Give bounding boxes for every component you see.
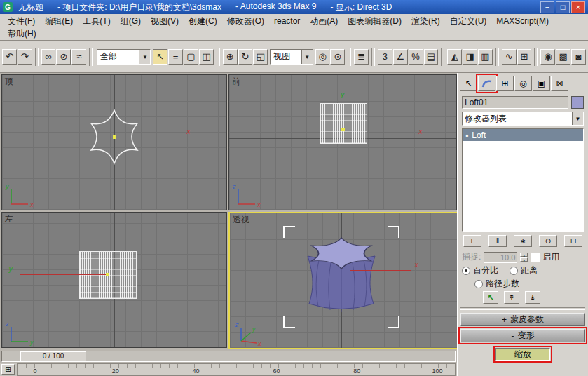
- schematic-view-button[interactable]: ⊞: [517, 49, 532, 65]
- scale-deformation-button[interactable]: 缩放: [495, 348, 550, 361]
- menu-item-tools[interactable]: 工具(T): [78, 15, 115, 27]
- keyboard-shortcut-override-button[interactable]: ≣: [354, 49, 369, 65]
- tab-display[interactable]: ▣: [533, 76, 550, 91]
- time-slider-track[interactable]: 0 / 100: [1, 351, 456, 362]
- select-and-link-button[interactable]: ∞: [41, 49, 56, 65]
- loft-wireframe-object[interactable]: [320, 103, 367, 144]
- tab-modify[interactable]: [478, 76, 495, 91]
- undo-button[interactable]: ↶: [2, 49, 17, 65]
- redo-button[interactable]: ↷: [18, 49, 32, 65]
- spinner-up-icon[interactable]: ▴: [520, 253, 528, 257]
- layer-manager-button[interactable]: ▥: [478, 49, 493, 65]
- bind-to-space-warp-button[interactable]: ≈: [71, 49, 86, 65]
- angle-snap-button[interactable]: ∠: [393, 49, 408, 65]
- snap-toggle-3d-button[interactable]: 3: [378, 49, 392, 65]
- menu-item-animation[interactable]: 动画(A): [305, 15, 343, 27]
- snap-enable-checkbox[interactable]: [531, 253, 540, 262]
- distance-radio[interactable]: [510, 267, 518, 275]
- menu-item-create[interactable]: 创建(C): [184, 15, 222, 27]
- remove-modifier-button[interactable]: ⊖: [539, 235, 557, 247]
- modifier-list-dropdown[interactable]: 修改器列表 ▼: [462, 112, 584, 126]
- menu-item-file[interactable]: 文件(F): [3, 15, 40, 27]
- select-and-move-button[interactable]: ⊕: [223, 49, 238, 65]
- modifier-stack-item-loft[interactable]: ▪ Loft: [463, 129, 583, 141]
- previous-shape-button[interactable]: ↟: [504, 291, 519, 304]
- percent-snap-button[interactable]: %: [409, 49, 423, 65]
- rollout-deformations[interactable]: - 变形: [460, 329, 585, 342]
- menu-item-reactor[interactable]: reactor: [269, 16, 305, 26]
- tab-create[interactable]: ↖: [460, 76, 477, 91]
- path-steps-radio[interactable]: [474, 280, 483, 288]
- loft-3d-object[interactable]: [264, 221, 418, 340]
- select-and-scale-button[interactable]: ◱: [253, 49, 268, 65]
- path-parameters: 捕捉: 10.0 ▴ ▾ 启用 百分比 距离: [462, 250, 584, 304]
- toolbar-separator: [35, 48, 39, 66]
- chevron-down-icon[interactable]: ▼: [572, 112, 583, 125]
- unlink-selection-button[interactable]: ⊘: [56, 49, 71, 65]
- close-button[interactable]: ×: [571, 1, 585, 13]
- snap-enable-label: 启用: [542, 251, 559, 263]
- main-area: x y x 顶 x y: [0, 73, 588, 376]
- align-button[interactable]: ◨: [463, 49, 477, 65]
- make-unique-button[interactable]: ∗: [514, 235, 532, 247]
- stack-item-label: Loft: [472, 130, 486, 140]
- modifier-stack[interactable]: ▪ Loft: [462, 128, 584, 232]
- named-selection-sets-button[interactable]: ▤: [424, 49, 439, 65]
- select-object-button[interactable]: ↖: [153, 49, 167, 65]
- quick-render-button[interactable]: ◙: [571, 49, 586, 65]
- modify-curve-icon: [481, 79, 493, 88]
- menu-item-views[interactable]: 视图(V): [146, 15, 184, 27]
- object-name-field[interactable]: Loft01: [462, 96, 568, 109]
- menu-item-rendering[interactable]: 渲染(R): [406, 15, 445, 27]
- material-editor-button[interactable]: ◉: [540, 49, 555, 65]
- rectangular-selection-region-button[interactable]: ▢: [184, 49, 198, 65]
- menu-item-edit[interactable]: 编辑(E): [40, 15, 78, 27]
- select-and-manipulate-button[interactable]: ⊙: [330, 49, 345, 65]
- viewport-region: x y x 顶 x y: [0, 73, 457, 376]
- command-panel-tabs: ↖ ⊞ ◎ ▣ ⊠: [458, 75, 588, 92]
- viewport-left[interactable]: y z y 左: [1, 212, 227, 348]
- mini-curve-editor-button[interactable]: ⊞: [1, 364, 15, 375]
- track-bar[interactable]: ⊞ 0 20 40 60 80 100: [0, 363, 457, 376]
- show-end-result-button[interactable]: ‖: [488, 235, 507, 247]
- pin-stack-button[interactable]: ⊦: [463, 235, 481, 247]
- render-setup-button[interactable]: ▩: [556, 49, 570, 65]
- tab-utilities[interactable]: ⊠: [551, 76, 568, 91]
- menu-item-graph-editors[interactable]: 图表编辑器(D): [343, 15, 406, 27]
- object-color-swatch[interactable]: [571, 96, 584, 109]
- configure-modifier-sets-button[interactable]: ⊟: [564, 235, 582, 247]
- pick-shape-button[interactable]: ↖: [483, 291, 498, 304]
- tab-hierarchy[interactable]: ⊞: [496, 76, 514, 91]
- maximize-button[interactable]: □: [556, 1, 570, 13]
- track-bar-ruler[interactable]: 0 20 40 60 80 100: [17, 363, 456, 376]
- reference-coordinate-system-dropdown[interactable]: 视图 ▼: [270, 49, 313, 65]
- spinner-down-icon[interactable]: ▾: [520, 257, 528, 262]
- x-axis-line: [343, 137, 416, 137]
- snap-value-field[interactable]: 10.0: [484, 252, 517, 263]
- select-and-rotate-button[interactable]: ↻: [238, 49, 253, 65]
- minimize-button[interactable]: −: [540, 1, 554, 13]
- curve-editor-button[interactable]: ∿: [502, 49, 517, 65]
- use-pivot-center-button[interactable]: ◎: [315, 49, 330, 65]
- menu-item-modifiers[interactable]: 修改器(O): [222, 15, 269, 27]
- chevron-down-icon[interactable]: ▼: [301, 50, 313, 64]
- menu-item-group[interactable]: 组(G): [116, 15, 146, 27]
- select-by-name-button[interactable]: ≡: [168, 49, 183, 65]
- viewport-perspective-active[interactable]: x z x y: [228, 212, 458, 349]
- main-toolbar: ↶ ↷ ∞ ⊘ ≈ 全部 ▼ ↖ ≡ ▢ ◫ ⊕ ↻ ◱ 视图 ▼ ◎ ⊙ ≣ …: [0, 41, 588, 73]
- menu-item-help[interactable]: 帮助(H): [3, 28, 41, 40]
- viewport-top[interactable]: x y x 顶: [1, 74, 227, 210]
- percent-radio[interactable]: [462, 267, 470, 275]
- next-shape-button[interactable]: ↡: [525, 291, 540, 304]
- selection-filter-dropdown[interactable]: 全部 ▼: [97, 49, 151, 65]
- tab-motion[interactable]: ◎: [514, 76, 532, 91]
- snap-spinner[interactable]: ▴ ▾: [520, 253, 528, 262]
- menu-item-customize[interactable]: 自定义(U): [445, 15, 492, 27]
- menu-item-maxscript[interactable]: MAXScript(M): [491, 16, 554, 26]
- chevron-down-icon[interactable]: ▼: [139, 50, 150, 64]
- window-crossing-toggle-button[interactable]: ◫: [199, 49, 214, 65]
- rollout-skin-parameters[interactable]: + 蒙皮参数: [460, 313, 585, 326]
- time-slider-thumb[interactable]: 0 / 100: [20, 351, 86, 361]
- viewport-front[interactable]: x y z x 前: [228, 74, 457, 210]
- mirror-button[interactable]: ◭: [447, 49, 462, 65]
